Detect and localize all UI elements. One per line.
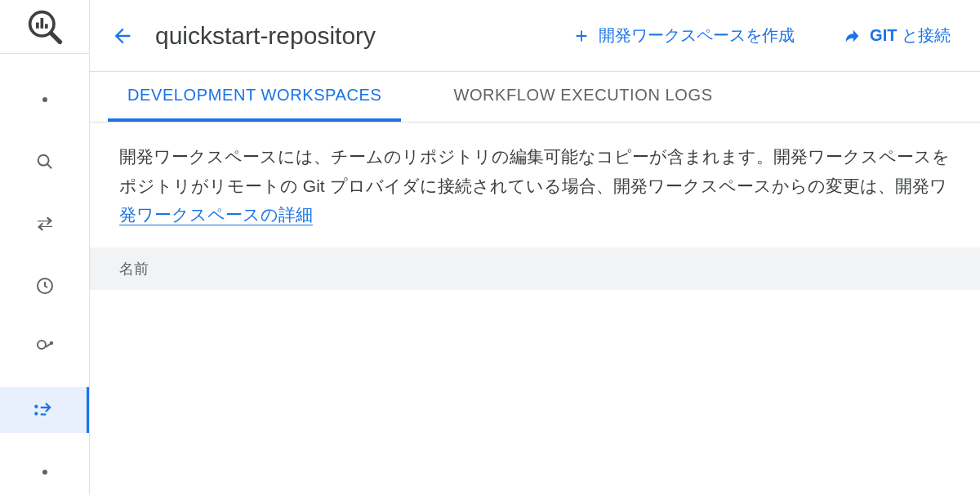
header: quickstart-repository 開発ワークスペースを作成 GIT と… (90, 0, 980, 72)
svg-point-8 (38, 341, 46, 349)
sidebar-item-history[interactable] (0, 263, 89, 309)
explore-icon (35, 338, 55, 358)
tab-workflow-execution-logs[interactable]: WORKFLOW EXECUTION LOGS (434, 72, 732, 122)
sidebar-items (0, 54, 89, 495)
svg-line-1 (51, 33, 60, 42)
svg-line-6 (47, 164, 51, 169)
description-text: 開発ワークスペースには、チームのリポジトリの編集可能なコピーが含まれます。開発ワ… (90, 142, 980, 230)
connect-git-button[interactable]: GIT と接続 (831, 18, 964, 53)
sidebar-item-explore[interactable] (0, 325, 89, 371)
dataform-icon (33, 399, 54, 421)
transfer-icon (35, 214, 55, 234)
svg-point-10 (50, 342, 51, 344)
learn-more-link[interactable]: 発ワークスペースの詳細 (119, 205, 313, 225)
description-line-2: ポジトリがリモートの Git プロバイダに接続されている場合、開発ワークスペース… (119, 172, 980, 201)
history-icon (35, 276, 55, 296)
app-logo (0, 0, 90, 54)
search-icon (36, 153, 54, 171)
connect-icon (844, 27, 862, 45)
content-area: 開発ワークスペースには、チームのリポジトリの編集可能なコピーが含まれます。開発ワ… (90, 123, 980, 290)
page-title: quickstart-repository (155, 22, 376, 50)
column-header-name: 名前 (119, 259, 149, 279)
create-workspace-button[interactable]: 開発ワークスペースを作成 (559, 18, 808, 53)
dot-icon (42, 97, 47, 102)
tabs: DEVELOPMENT WORKSPACES WORKFLOW EXECUTIO… (90, 72, 980, 123)
connect-git-label: GIT と接続 (870, 25, 951, 47)
sidebar-item-dot-2[interactable] (0, 449, 89, 495)
table-header-row: 名前 (90, 247, 980, 290)
description-line-1: 開発ワークスペースには、チームのリポジトリの編集可能なコピーが含まれます。開発ワ… (119, 142, 980, 172)
sidebar-item-dot-1[interactable] (0, 77, 89, 123)
sidebar-item-search[interactable] (0, 139, 89, 185)
main-panel: quickstart-repository 開発ワークスペースを作成 GIT と… (90, 0, 980, 495)
dot-icon (42, 470, 47, 475)
back-button[interactable] (103, 16, 142, 56)
sidebar-item-dataform[interactable] (0, 387, 89, 433)
arrow-back-icon (111, 25, 134, 47)
tab-development-workspaces[interactable]: DEVELOPMENT WORKSPACES (108, 72, 401, 122)
svg-point-5 (38, 155, 48, 166)
create-workspace-label: 開発ワークスペースを作成 (599, 25, 795, 47)
sidebar-item-transfers[interactable] (0, 201, 89, 247)
sidebar (0, 0, 90, 495)
plus-icon (572, 27, 590, 45)
